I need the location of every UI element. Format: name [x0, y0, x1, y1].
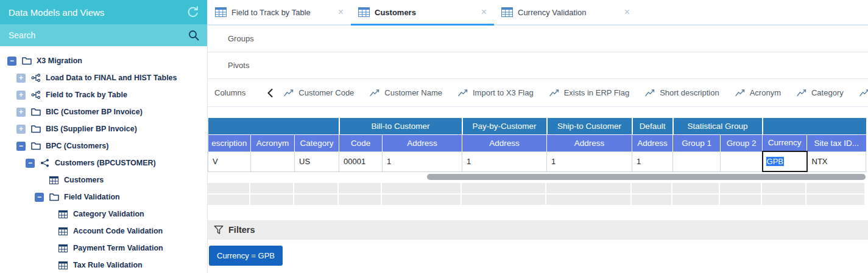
columns-bar: Columns Customer CodeCustomer NameImport… — [208, 79, 868, 107]
column-chip-customer-code[interactable]: Customer Code — [284, 88, 354, 97]
column-header-code: Code — [339, 134, 383, 151]
tab-field-to-track-by-table[interactable]: Field to Track by Table× — [208, 0, 351, 24]
table-cell[interactable]: 1 — [547, 151, 632, 171]
groups-drop-zone[interactable]: Groups — [208, 26, 868, 52]
column-header-category: Category — [295, 134, 339, 151]
search-input[interactable] — [9, 30, 188, 40]
column-chip-category[interactable]: Category — [797, 88, 844, 97]
tree-item-account-code-validation[interactable]: Account Code Validation — [0, 223, 207, 240]
tree-item-bpc-customers[interactable]: −BPC (Customers) — [0, 137, 207, 154]
tree-item-label: Customers — [64, 176, 104, 184]
column-chip-bill-to-customer[interactable]: Bill-to Customer — [859, 88, 868, 97]
table-cell[interactable]: 1 — [632, 151, 673, 171]
search-icon[interactable] — [188, 29, 200, 41]
search-bar — [0, 24, 207, 46]
expand-toggle-icon[interactable]: + — [16, 125, 26, 134]
column-header-acronym: Acronym — [251, 134, 295, 151]
group-header-empty — [208, 118, 339, 134]
tab-currency-validation[interactable]: Currency Validation× — [494, 0, 637, 24]
refresh-icon[interactable] — [186, 6, 200, 18]
empty-cell — [250, 195, 293, 205]
table-cell[interactable] — [251, 151, 295, 171]
group-header-default: Default — [632, 118, 673, 134]
collapse-toggle-icon[interactable]: − — [26, 159, 35, 168]
empty-cell — [462, 183, 545, 193]
table-cell[interactable]: 1 — [462, 151, 547, 171]
empty-cell — [672, 183, 719, 193]
close-icon[interactable]: × — [622, 7, 632, 18]
table-icon — [358, 7, 370, 17]
column-chip-short-description[interactable]: Short description — [645, 88, 719, 97]
table-cell[interactable]: 1 — [383, 151, 462, 171]
column-chip-acronym[interactable]: Acronym — [735, 88, 781, 97]
table-cell[interactable]: US — [295, 151, 339, 171]
column-chip-label: Acronym — [750, 88, 781, 97]
empty-cell — [250, 183, 293, 193]
table-cell[interactable]: V — [208, 151, 251, 171]
table-cell[interactable] — [673, 151, 721, 171]
flow-icon — [31, 74, 41, 82]
tree-item-field-validation[interactable]: −Field Validation — [0, 188, 207, 206]
column-header-escription: escription — [208, 134, 251, 151]
table-cell[interactable]: NTX — [807, 151, 866, 171]
table-column-header-row: escriptionAcronymCategoryCodeAddressAddr… — [208, 134, 866, 151]
filter-chip-currency-gpb[interactable]: Currency = GPB — [209, 246, 283, 266]
collapse-toggle-icon[interactable]: − — [7, 57, 16, 66]
empty-cell — [720, 195, 761, 205]
scroll-strip — [208, 172, 866, 182]
chart-icon — [645, 89, 655, 97]
tree-item-label: X3 Migration — [37, 57, 82, 65]
group-header-pay-by-customer: Pay-by-Customer — [462, 118, 547, 134]
tree-item-bic-customer-bp-invoice[interactable]: +BIC (Customer BP Invoice) — [0, 103, 207, 120]
tree-item-bis-supplier-bp-invoice[interactable]: +BIS (Supplier BP Invoice) — [0, 120, 207, 137]
collapse-toggle-icon[interactable]: − — [35, 193, 44, 202]
close-icon[interactable]: × — [479, 7, 489, 18]
sidebar-header: Data Models and Views — [0, 0, 207, 24]
expand-toggle-icon[interactable]: + — [16, 74, 26, 83]
folder-icon — [31, 125, 41, 133]
column-chip-exists-in-erp-flag[interactable]: Exists in ERP Flag — [549, 88, 629, 97]
folder-icon — [31, 142, 41, 150]
filters-header[interactable]: Filters — [208, 220, 868, 240]
collapse-toggle-icon[interactable]: − — [16, 142, 26, 151]
table-icon — [501, 7, 513, 17]
table-icon — [215, 7, 227, 17]
tree-item-category-validation[interactable]: Category Validation — [0, 206, 207, 223]
tree-item-field-to-track-by-table[interactable]: +Field to Track by Table — [0, 86, 207, 103]
tree-item-customers-bpcustomer[interactable]: −Customers (BPCUSTOMER) — [0, 154, 207, 171]
table-cell[interactable] — [721, 151, 763, 171]
chart-icon — [458, 89, 468, 97]
pivot-table: Bill-to CustomerPay-by-CustomerShip-to C… — [208, 118, 866, 172]
empty-cell — [208, 195, 249, 205]
close-icon[interactable]: × — [336, 7, 346, 18]
network-icon — [40, 159, 51, 167]
column-chip-list: Customer CodeCustomer NameImport to X3 F… — [284, 88, 868, 97]
horizontal-scrollbar[interactable] — [427, 174, 866, 180]
table-cell[interactable]: 00001 — [339, 151, 383, 171]
chevron-left-icon[interactable] — [267, 89, 273, 97]
selected-cell[interactable]: GPB — [763, 151, 807, 171]
tree-item-load-data-to-final-and-hist-tables[interactable]: +Load Data to FINAL and HIST Tables — [0, 69, 207, 86]
pivots-drop-zone[interactable]: Pivots — [208, 52, 868, 79]
column-chip-customer-name[interactable]: Customer Name — [370, 88, 442, 97]
group-header-ship-to-customer: Ship-to Customer — [547, 118, 632, 134]
tree-item-label: BPC (Customers) — [46, 142, 109, 150]
tree-item-x3-migration[interactable]: −X3 Migration — [0, 52, 207, 69]
expand-toggle-icon[interactable]: + — [16, 108, 26, 117]
tree-item-payment-term-validation[interactable]: Payment Term Validation — [0, 240, 207, 257]
empty-cell — [382, 195, 460, 205]
expand-toggle-icon[interactable]: + — [16, 91, 26, 100]
tree-item-customers[interactable]: Customers — [0, 171, 207, 188]
tree-item-label: Customers (BPCUSTOMER) — [55, 159, 156, 167]
tab-label: Customers — [375, 8, 474, 17]
tab-label: Currency Validation — [518, 8, 617, 17]
tree-item-tax-rule-validation[interactable]: Tax Rule Validation — [0, 257, 207, 273]
grid-icon — [49, 176, 60, 184]
empty-row — [208, 195, 866, 205]
column-chip-import-to-x3-flag[interactable]: Import to X3 Flag — [458, 88, 534, 97]
empty-rows — [208, 183, 866, 205]
filters-title: Filters — [228, 225, 255, 235]
column-header-currency: Currency — [763, 134, 807, 151]
main-area: Field to Track by Table×Customers×Curren… — [208, 0, 868, 273]
tab-customers[interactable]: Customers× — [351, 0, 494, 24]
